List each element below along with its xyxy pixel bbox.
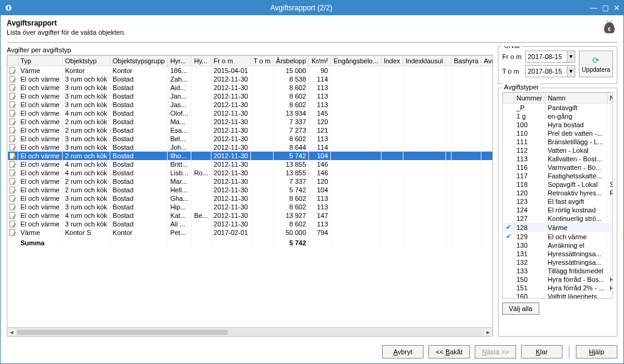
table-row[interactable]: El och värme4 rum och kökBostadBritt...2… — [8, 160, 494, 169]
horizontal-scrollbar[interactable]: ◄ ► — [7, 328, 493, 337]
from-date-input[interactable]: ▼ — [525, 51, 575, 63]
edit-icon[interactable] — [8, 211, 18, 220]
table-row[interactable]: El och värme2 rum och kökBostadEsa...201… — [8, 126, 494, 135]
scroll-left-icon[interactable]: ◄ — [7, 329, 16, 335]
column-header[interactable]: Typ — [18, 56, 62, 66]
table-row[interactable]: El och värme4 rum och kökBostadLisb...Ro… — [8, 169, 494, 177]
edit-icon[interactable] — [8, 169, 18, 177]
edit-icon[interactable] — [8, 117, 18, 126]
next-button[interactable]: Nästa >> — [475, 345, 516, 359]
update-button[interactable]: ⟳ Uppdatera — [579, 51, 613, 77]
edit-icon[interactable] — [8, 186, 18, 194]
table-row[interactable]: El och värme2 rum och kökBostadMar...201… — [8, 177, 494, 186]
type-row[interactable]: 117Fastighetsskatte... — [503, 172, 614, 180]
check-icon[interactable] — [503, 172, 514, 180]
type-row[interactable]: 118Sopavgift - LokalSopavg — [503, 180, 614, 189]
from-date-field[interactable] — [526, 51, 567, 62]
column-header[interactable]: Hy... — [191, 56, 211, 66]
type-row[interactable]: 112Vatten - Lokal — [503, 146, 614, 155]
check-icon[interactable] — [503, 189, 514, 197]
minimize-icon[interactable]: — — [590, 4, 597, 12]
check-icon[interactable] — [503, 163, 514, 172]
edit-icon[interactable] — [8, 109, 18, 117]
edit-icon[interactable] — [8, 135, 18, 143]
column-header[interactable]: Namn — [545, 93, 607, 103]
table-row[interactable]: El och värme3 rum och kökBostadGha...201… — [8, 194, 494, 203]
select-all-button[interactable]: Välj alla — [502, 303, 539, 315]
edit-icon[interactable] — [8, 143, 18, 152]
check-icon[interactable] — [503, 206, 514, 214]
finish-button[interactable]: Klar — [521, 345, 562, 359]
type-row[interactable]: 133Tillägg fritidsmedel — [503, 267, 614, 275]
check-icon[interactable] — [503, 155, 514, 163]
table-row[interactable]: El och värme2 rum och kökBostadIlho...20… — [8, 152, 494, 160]
type-row[interactable]: 120Retroaktiv hyres...Retroak — [503, 189, 614, 197]
edit-icon[interactable] — [8, 228, 18, 237]
table-row[interactable]: El och värme2 rum och kökBostadMa...2012… — [8, 117, 494, 126]
check-icon[interactable] — [503, 284, 514, 292]
type-row[interactable]: 110Prel deb vatten -... — [503, 129, 614, 138]
type-row[interactable]: 1 gen-gång — [503, 112, 614, 121]
check-icon[interactable] — [503, 214, 514, 223]
edit-icon[interactable] — [8, 92, 18, 100]
type-row[interactable]: _PPantavgift — [503, 103, 614, 113]
tom-date-field[interactable] — [526, 66, 567, 77]
table-row[interactable]: VärmeKontorKontor186...2015-04-0115 0009… — [8, 66, 494, 75]
column-header[interactable]: Engångsbelo... — [331, 56, 381, 66]
table-row[interactable]: El och värme4 rum och kökBostadOlof...20… — [8, 109, 494, 117]
type-row[interactable]: 130Avräkning el — [503, 241, 614, 250]
edit-icon[interactable] — [8, 75, 18, 83]
table-row[interactable]: El och värme3 rum och kökBostadJan...201… — [8, 92, 494, 100]
column-header[interactable] — [445, 56, 451, 66]
edit-icon[interactable] — [8, 194, 18, 203]
type-row[interactable]: 113Kallvatten - Bost... — [503, 155, 614, 163]
column-header[interactable]: Objektstypsgrupp — [110, 56, 168, 66]
tom-date-input[interactable]: ▼ — [525, 65, 575, 77]
type-row[interactable]: 150Hyra förråd - Bos...Hyra för — [503, 275, 614, 284]
close-icon[interactable]: ✕ — [614, 4, 620, 12]
type-row[interactable]: 160Valfritt lägenhets... — [503, 292, 614, 299]
type-row[interactable]: 131Hyressättningsa... — [503, 250, 614, 258]
check-icon[interactable] — [503, 180, 514, 189]
check-icon[interactable] — [503, 129, 514, 138]
column-header[interactable]: Nummer — [514, 93, 545, 103]
check-icon[interactable]: ✔ — [503, 223, 514, 232]
chevron-down-icon[interactable]: ▼ — [567, 66, 575, 77]
check-icon[interactable] — [503, 146, 514, 155]
type-row[interactable]: 124El rörlig kostnad — [503, 206, 614, 214]
column-header[interactable]: Index — [381, 56, 403, 66]
type-row[interactable]: 100Hyra bostad — [503, 121, 614, 129]
fees-grid[interactable]: TypObjektstypObjektstypsgruppHyr...Hy...… — [7, 55, 493, 328]
check-icon[interactable] — [503, 275, 514, 284]
column-header[interactable]: Avgiftskor — [481, 56, 493, 66]
column-header[interactable]: Indexklausul — [403, 56, 445, 66]
column-header[interactable] — [8, 56, 18, 66]
table-row[interactable]: El och värme4 rum och kökBostadKat...Be.… — [8, 211, 494, 220]
column-header[interactable]: Namn (j — [607, 93, 613, 103]
edit-icon[interactable] — [8, 160, 18, 169]
column-header[interactable]: Hyr... — [168, 56, 191, 66]
edit-icon[interactable] — [8, 126, 18, 135]
type-row[interactable]: 127Kontinuerlig strö... — [503, 214, 614, 223]
check-icon[interactable] — [503, 292, 514, 299]
type-row[interactable]: 123El fast avgift — [503, 197, 614, 206]
column-header[interactable]: T o m — [250, 56, 273, 66]
check-icon[interactable] — [503, 103, 514, 113]
column-header[interactable] — [503, 93, 514, 103]
check-icon[interactable] — [503, 112, 514, 121]
cancel-button[interactable]: Avbryt — [382, 345, 424, 359]
check-icon[interactable] — [503, 250, 514, 258]
table-row[interactable]: El och värme3 rum och kökBostadAli ...20… — [8, 220, 494, 228]
check-icon[interactable] — [503, 258, 514, 267]
check-icon[interactable] — [503, 241, 514, 250]
check-icon[interactable] — [503, 138, 514, 146]
table-row[interactable]: El och värme3 rum och kökBostadJoh...201… — [8, 143, 494, 152]
table-row[interactable]: El och värme3 rum och kökBostadJas...201… — [8, 100, 494, 109]
table-row[interactable]: El och värme3 rum och kökBostadHip...201… — [8, 203, 494, 211]
edit-icon[interactable] — [8, 100, 18, 109]
edit-icon[interactable] — [8, 66, 18, 75]
column-header[interactable]: Kr/m² — [309, 56, 331, 66]
check-icon[interactable] — [503, 121, 514, 129]
table-row[interactable]: El och värme3 rum och kökBostadZah...201… — [8, 75, 494, 83]
type-row[interactable]: ✔128Värme — [503, 223, 614, 232]
